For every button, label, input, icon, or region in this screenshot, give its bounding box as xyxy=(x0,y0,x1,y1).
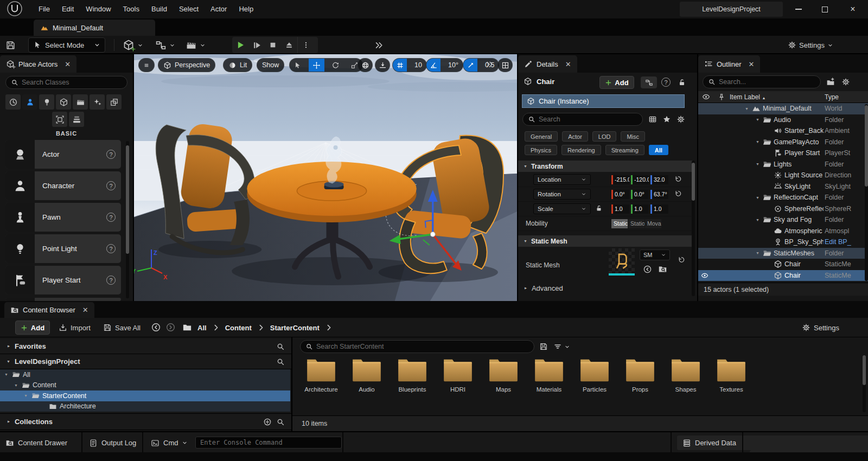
transform-section-header[interactable]: ▼Transform xyxy=(518,161,694,172)
add-component-button[interactable]: Add xyxy=(599,76,634,89)
category-button[interactable] xyxy=(73,94,88,110)
close-icon[interactable]: ✕ xyxy=(565,60,571,68)
expand-arrow[interactable]: ▼ xyxy=(4,373,12,376)
edit-blueprint-button[interactable] xyxy=(641,76,657,88)
menu-item[interactable]: Build xyxy=(145,0,173,18)
filter-chip[interactable]: All xyxy=(649,145,668,155)
breadcrumb-item[interactable]: All xyxy=(197,324,207,332)
mobility-option[interactable]: Stationary xyxy=(628,219,644,228)
asset-folder[interactable]: Maps xyxy=(482,357,525,393)
folder-tree-row[interactable]: ▼ StarterContent xyxy=(0,390,290,401)
lock-open-icon[interactable] xyxy=(678,78,686,87)
asset-folder[interactable]: Props xyxy=(619,357,661,393)
scale-dropdown[interactable]: Scale xyxy=(533,203,591,214)
location-dropdown[interactable]: Location xyxy=(533,174,591,185)
outliner-row[interactable]: ▼ Chair StaticMe xyxy=(698,259,868,270)
maximize-button[interactable] xyxy=(812,0,838,18)
placeable-actor-item[interactable]: Player Start ? xyxy=(5,266,121,294)
favorites-star-icon[interactable] xyxy=(662,115,671,124)
add-collection-icon[interactable] xyxy=(263,418,272,426)
help-icon[interactable]: ? xyxy=(106,150,116,159)
rotation-x-field[interactable]: 0.0° xyxy=(611,190,629,199)
lit-dropdown[interactable]: Lit xyxy=(223,58,252,72)
outliner-row[interactable]: ▼ Chair StaticMe xyxy=(698,270,868,281)
static-mesh-section-header[interactable]: ▼Static Mesh xyxy=(518,235,694,247)
asset-folder[interactable]: Materials xyxy=(528,357,570,393)
menu-item[interactable]: Help xyxy=(233,0,259,18)
close-icon[interactable]: ✕ xyxy=(65,60,71,68)
placeable-actor-item[interactable]: Point Light ? xyxy=(5,234,121,263)
category-button[interactable] xyxy=(56,94,71,110)
content-browser-tab[interactable]: Content Browser ✕ xyxy=(4,302,94,318)
perspective-dropdown[interactable]: Perspective xyxy=(158,58,215,72)
rotation-dropdown[interactable]: Rotation xyxy=(533,189,591,200)
asset-folder[interactable]: Audio xyxy=(346,357,388,393)
gear-icon[interactable] xyxy=(676,115,685,124)
forward-icon[interactable] xyxy=(165,322,176,332)
details-scrollbar[interactable] xyxy=(692,161,695,296)
cmd-dropdown[interactable]: Cmd xyxy=(151,436,188,450)
search-classes-input[interactable] xyxy=(5,76,127,89)
menu-item[interactable]: File xyxy=(33,0,56,18)
asset-search-field[interactable] xyxy=(316,343,529,350)
cinematics-dropdown[interactable] xyxy=(186,38,206,52)
filter-icon[interactable] xyxy=(553,342,562,351)
search-icon[interactable] xyxy=(276,418,285,426)
add-actor-button[interactable] xyxy=(123,38,143,52)
viewport-scene[interactable]: Z Y X xyxy=(134,54,517,301)
world-coordinate-toggle[interactable] xyxy=(358,58,373,72)
toolbar-overflow-button[interactable] xyxy=(374,38,384,52)
add-asset-button[interactable]: Add xyxy=(15,321,50,335)
menu-item[interactable]: Tools xyxy=(117,0,145,18)
grid-snap-control[interactable]: 10 xyxy=(392,58,427,72)
category-button[interactable] xyxy=(5,94,21,110)
blueprints-dropdown[interactable] xyxy=(155,38,175,52)
play-options-button[interactable] xyxy=(297,37,314,53)
maximize-viewport-button[interactable] xyxy=(497,58,513,72)
category-button[interactable] xyxy=(52,112,67,127)
asset-folder[interactable]: Particles xyxy=(573,357,616,393)
move-tool[interactable] xyxy=(309,58,324,72)
create-folder-icon[interactable] xyxy=(826,78,835,86)
outliner-row[interactable]: ▼ Atmospheric Atmospl xyxy=(698,226,868,237)
search-icon[interactable] xyxy=(276,357,285,366)
expand-arrow[interactable]: ▼ xyxy=(24,394,31,398)
asset-folder[interactable]: HDRI xyxy=(437,357,479,393)
breadcrumb-item[interactable]: Content xyxy=(225,324,252,332)
item-label-column[interactable]: Item Label ▲ xyxy=(730,93,765,101)
settings-dropdown[interactable]: Settings xyxy=(788,38,833,52)
close-icon[interactable]: ✕ xyxy=(749,60,755,68)
outliner-row[interactable]: ▼ Sky and Fog Folder xyxy=(698,214,868,226)
category-button[interactable] xyxy=(39,94,54,110)
scale-lock-icon[interactable] xyxy=(595,204,603,212)
folder-tree-row[interactable]: ▼ Architecture xyxy=(0,401,290,412)
help-icon[interactable]: ? xyxy=(106,213,116,222)
filter-chip[interactable]: Actor xyxy=(562,131,588,142)
outliner-scrollbar[interactable] xyxy=(865,104,868,281)
content-drawer-button[interactable]: Content Drawer xyxy=(5,436,67,450)
mobility-option[interactable]: Movable xyxy=(645,219,661,228)
outliner-row[interactable]: ▼ Minimal_Default World xyxy=(698,103,868,114)
reset-icon[interactable] xyxy=(678,256,685,264)
outliner-row[interactable]: ▼ SkyLight SkyLight xyxy=(698,181,868,193)
place-actors-scrollbar[interactable] xyxy=(126,141,129,298)
import-button[interactable]: Import xyxy=(59,321,91,335)
scale-snap-control[interactable]: 0.5 xyxy=(463,58,499,72)
reset-icon[interactable] xyxy=(674,175,682,183)
help-icon[interactable]: ? xyxy=(661,78,671,87)
menu-item[interactable]: Select xyxy=(173,0,205,18)
folder-tree-row[interactable]: ▼ All xyxy=(0,369,290,380)
details-tab[interactable]: Details ✕ xyxy=(518,55,577,73)
asset-search-input[interactable] xyxy=(300,340,534,353)
folder-tree-row[interactable]: ▼ Content xyxy=(0,380,290,391)
details-search-input[interactable] xyxy=(522,113,643,126)
level-tab[interactable]: Minimal_Default xyxy=(34,20,155,36)
asset-folder[interactable]: Textures xyxy=(710,357,752,393)
category-button[interactable] xyxy=(106,94,122,110)
asset-folder[interactable]: Blueprints xyxy=(391,357,433,393)
derived-data-button[interactable]: Derived Data xyxy=(677,436,868,450)
stop-button[interactable] xyxy=(265,37,281,53)
eye-icon[interactable] xyxy=(702,93,710,101)
play-button[interactable] xyxy=(232,37,248,53)
outliner-row[interactable]: ▼ Audio Folder xyxy=(698,114,868,126)
